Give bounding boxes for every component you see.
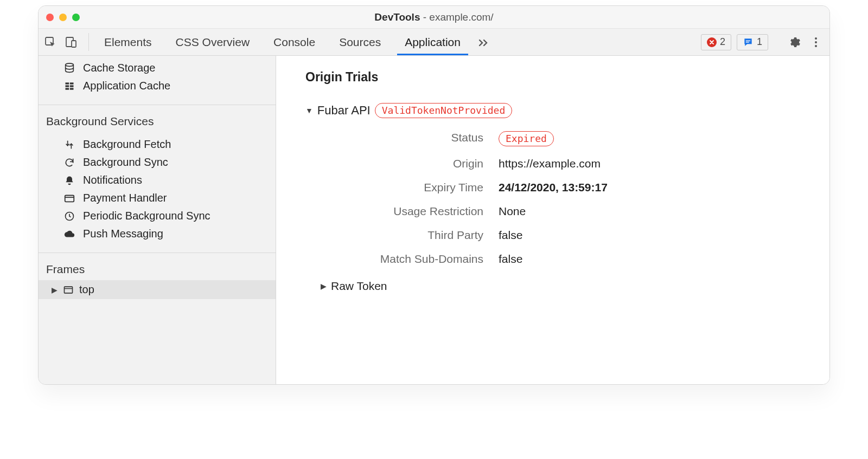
fetch-icon [62,139,76,150]
cloud-icon [62,228,76,240]
message-icon [743,37,754,48]
clock-icon [62,211,76,222]
sidebar-divider [39,105,276,105]
sidebar-item-label: Periodic Background Sync [83,210,210,222]
frame-icon [63,285,74,295]
svg-rect-18 [65,287,73,293]
label-match-subdomains: Match Sub-Domains [321,253,483,266]
value-usage-restriction: None [499,205,808,218]
window-title-location: example.com/ [429,11,493,23]
label-expiry: Expiry Time [321,181,483,194]
sidebar-item-label: Payment Handler [83,192,167,204]
tab-elements[interactable]: Elements [92,29,164,55]
sidebar-item-label: Cache Storage [83,62,155,74]
bell-icon [62,175,76,186]
svg-rect-9 [66,82,69,84]
sidebar-item-background-fetch[interactable]: Background Fetch [39,135,276,153]
svg-rect-12 [70,85,74,87]
database-icon [62,62,76,74]
label-usage-restriction: Usage Restriction [321,205,483,218]
close-window-button[interactable] [46,14,54,21]
grid-icon [62,81,76,92]
value-origin: https://example.com [499,157,808,170]
devtools-toolbar: Elements CSS Overview Console Sources Ap… [39,29,829,56]
svg-rect-2 [72,41,76,47]
label-origin: Origin [321,157,483,170]
toolbar-separator [88,33,89,51]
sidebar-item-label: Notifications [83,174,142,186]
window-title: DevTools - example.com/ [39,11,829,23]
value-third-party: false [499,229,808,242]
more-tabs-button[interactable] [473,29,494,55]
sidebar-divider-2 [39,253,276,253]
sidebar-item-label: Background Fetch [83,138,171,151]
traffic-lights [46,14,80,21]
svg-rect-15 [65,195,74,202]
origin-trial-row[interactable]: ▼ Fubar API ValidTokenNotProvided [305,103,808,118]
inspect-element-icon[interactable] [44,36,57,49]
messages-count: 1 [757,36,762,48]
tab-application[interactable]: Application [393,29,473,55]
svg-rect-4 [746,42,749,42]
svg-point-7 [815,45,817,47]
sidebar-item-periodic-background-sync[interactable]: Periodic Background Sync [39,207,276,225]
sync-icon [62,157,76,168]
page-title: Origin Trials [305,70,808,85]
tab-console[interactable]: Console [261,29,327,55]
label-status: Status [321,131,483,146]
svg-rect-13 [66,88,69,89]
svg-point-6 [815,41,817,43]
error-icon [707,37,717,47]
card-icon [62,192,76,204]
raw-token-label: Raw Token [331,280,387,293]
errors-count: 2 [720,36,725,48]
chevron-down-icon: ▼ [305,106,313,115]
minimize-window-button[interactable] [59,14,67,21]
svg-point-5 [815,37,817,40]
sidebar-item-cache-storage[interactable]: Cache Storage [39,59,276,77]
window-title-app: DevTools [374,11,420,23]
messages-indicator[interactable]: 1 [737,34,768,50]
sidebar-header-background-services: Background Services [39,108,276,132]
label-third-party: Third Party [321,229,483,242]
sidebar-item-label: Push Messaging [83,228,163,240]
value-match-subdomains: false [499,253,808,266]
chevron-right-icon: ▶ [52,286,58,294]
origin-trial-name: Fubar API [317,104,371,118]
svg-rect-11 [66,85,69,87]
token-status-badge: ValidTokenNotProvided [375,103,513,118]
settings-button[interactable] [786,34,802,50]
devtools-window: DevTools - example.com/ [38,5,830,385]
tab-css-overview[interactable]: CSS Overview [164,29,262,55]
zoom-window-button[interactable] [72,14,80,21]
sidebar-item-push-messaging[interactable]: Push Messaging [39,225,276,243]
status-badge: Expired [499,131,554,146]
origin-trial-details: Status Expired Origin https://example.co… [321,131,808,266]
sidebar-item-background-sync[interactable]: Background Sync [39,153,276,171]
sidebar-item-notifications[interactable]: Notifications [39,171,276,189]
panel-tabs: Elements CSS Overview Console Sources Ap… [92,29,473,55]
more-options-button[interactable] [808,34,824,50]
raw-token-row[interactable]: ▶ Raw Token [321,280,808,293]
chevron-right-icon: ▶ [321,282,327,290]
window-title-sep: - [420,11,429,23]
device-toolbar-icon[interactable] [65,36,78,49]
sidebar-item-label: Application Cache [83,80,170,92]
value-expiry: 24/12/2020, 13:59:17 [499,181,808,194]
frames-item-top[interactable]: ▶ top [39,280,276,299]
frames-item-label: top [79,283,94,296]
application-sidebar: Cache Storage Application Cache Backgrou… [39,56,276,384]
tab-sources[interactable]: Sources [327,29,393,55]
sidebar-item-application-cache[interactable]: Application Cache [39,77,276,95]
sidebar-item-label: Background Sync [83,156,168,169]
main-content: Origin Trials ▼ Fubar API ValidTokenNotP… [276,56,829,384]
titlebar: DevTools - example.com/ [39,6,829,29]
svg-rect-10 [70,82,74,84]
sidebar-item-payment-handler[interactable]: Payment Handler [39,189,276,207]
svg-rect-14 [70,88,74,89]
errors-indicator[interactable]: 2 [701,34,731,50]
svg-point-8 [66,63,74,66]
svg-rect-3 [746,40,750,41]
sidebar-header-frames: Frames [39,256,276,280]
